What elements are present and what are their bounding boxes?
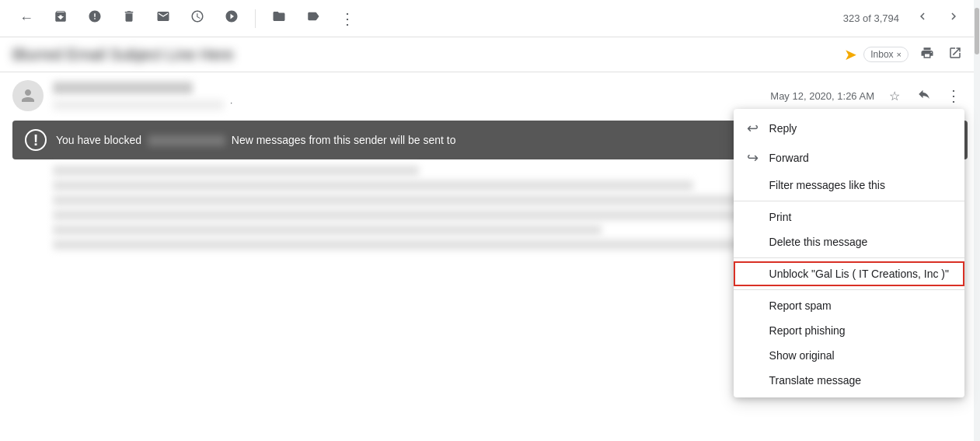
trash-icon	[122, 9, 136, 27]
move-to-button[interactable]	[265, 5, 293, 33]
subject-actions	[915, 42, 968, 67]
sender-email	[53, 100, 224, 110]
toolbar-right: 323 of 3,794	[843, 5, 968, 33]
task-button[interactable]	[218, 5, 246, 33]
sender-info: ·	[53, 82, 761, 110]
back-icon: ←	[19, 10, 33, 26]
clock-icon	[190, 9, 204, 27]
label-icon	[306, 9, 320, 27]
sender-actions: ☆ ⋮	[881, 82, 968, 110]
archive-icon	[54, 9, 68, 27]
body-line-1	[53, 180, 693, 191]
print-button[interactable]	[915, 42, 940, 67]
email-date: May 12, 2020, 1:26 AM	[770, 90, 874, 102]
blocked-prefix: You have blocked	[56, 134, 141, 146]
reply-button-header[interactable]	[910, 82, 938, 110]
print-icon	[920, 46, 934, 63]
task-icon	[225, 9, 239, 27]
blocked-message: You have blocked New messages from this …	[56, 134, 749, 146]
folder-icon	[272, 9, 286, 27]
inbox-label-pill: Inbox ×	[863, 47, 909, 62]
warning-icon: !	[25, 129, 47, 151]
menu-item-original[interactable]: Show original	[734, 343, 964, 368]
menu-item-filter[interactable]: Filter messages like this	[734, 173, 964, 198]
more-vertical-icon2: ⋮	[946, 86, 961, 105]
menu-divider-6	[734, 289, 964, 290]
menu-label-delete: Delete this message	[769, 236, 868, 248]
avatar	[12, 80, 44, 111]
toolbar-left: ←	[12, 5, 843, 33]
menu-item-phishing[interactable]: Report phishing	[734, 318, 964, 343]
more-toolbar-button[interactable]: ⋮	[333, 5, 361, 33]
menu-item-spam[interactable]: Report spam	[734, 293, 964, 318]
menu-item-unblock[interactable]: Unblock "Gal Lis ( IT Creations, Inc )"	[734, 261, 964, 286]
menu-item-delete[interactable]: Delete this message	[734, 229, 964, 254]
menu-item-translate[interactable]: Translate message	[734, 368, 964, 393]
more-message-button[interactable]: ⋮	[940, 82, 968, 110]
mail-icon	[156, 9, 170, 27]
star-icon: ☆	[889, 89, 900, 103]
prev-icon	[915, 9, 929, 27]
body-line-0	[53, 166, 419, 176]
more-vertical-icon: ⋮	[340, 9, 355, 28]
body-line-5	[53, 240, 739, 250]
toolbar-divider	[255, 9, 256, 28]
menu-item-reply[interactable]: ↩Reply	[734, 114, 964, 143]
label-close-button[interactable]: ×	[897, 50, 902, 59]
nav-count: 323 of 3,794	[843, 12, 899, 24]
star-button[interactable]: ☆	[881, 82, 909, 110]
forward-menu-icon: ↪	[746, 149, 760, 166]
menu-divider-3	[734, 201, 964, 201]
report-icon	[88, 9, 102, 27]
next-icon	[947, 9, 961, 27]
report-button[interactable]	[81, 5, 109, 33]
next-email-button[interactable]	[940, 5, 968, 33]
snooze-button[interactable]	[183, 5, 211, 33]
menu-label-spam: Report spam	[769, 299, 832, 312]
menu-label-unblock: Unblock "Gal Lis ( IT Creations, Inc )"	[769, 268, 949, 280]
blocked-sender-name	[148, 135, 225, 146]
sender-name	[53, 82, 193, 94]
menu-label-phishing: Report phishing	[769, 324, 846, 337]
menu-item-print[interactable]: Print	[734, 205, 964, 229]
menu-label-translate: Translate message	[769, 374, 862, 387]
popout-icon	[948, 46, 962, 63]
popout-button[interactable]	[943, 42, 968, 67]
menu-label-original: Show original	[769, 349, 835, 362]
subject-area: Blurred Email Subject Line Here ➤ Inbox …	[0, 37, 980, 72]
email-toolbar: ←	[0, 0, 980, 37]
reply-icon	[917, 87, 931, 105]
email-subject: Blurred Email Subject Line Here	[12, 46, 838, 64]
prev-email-button[interactable]	[909, 5, 936, 33]
menu-label-forward: Forward	[769, 152, 809, 164]
delete-button[interactable]	[115, 5, 143, 33]
body-line-4	[53, 225, 602, 235]
label-button[interactable]	[299, 5, 327, 33]
reply-menu-icon: ↩	[746, 120, 760, 137]
menu-item-forward[interactable]: ↪Forward	[734, 143, 964, 173]
scrollbar-thumb	[975, 8, 979, 54]
blocked-suffix: New messages from this sender will be se…	[232, 134, 456, 146]
menu-label-reply: Reply	[769, 122, 797, 135]
archive-button[interactable]	[47, 5, 75, 33]
context-menu: ↩Reply↪ForwardFilter messages like thisP…	[734, 109, 964, 397]
body-line-3	[53, 210, 830, 220]
back-button[interactable]: ←	[12, 5, 40, 33]
menu-label-print: Print	[769, 211, 792, 223]
menu-label-filter: Filter messages like this	[769, 179, 885, 191]
scrollbar[interactable]	[974, 0, 980, 441]
inbox-label-text: Inbox	[870, 49, 893, 60]
send-arrow-icon: ➤	[844, 45, 857, 64]
mark-unread-button[interactable]	[149, 5, 177, 33]
menu-divider-5	[734, 257, 964, 258]
sender-date-area: May 12, 2020, 1:26 AM ☆ ⋮	[770, 82, 968, 110]
